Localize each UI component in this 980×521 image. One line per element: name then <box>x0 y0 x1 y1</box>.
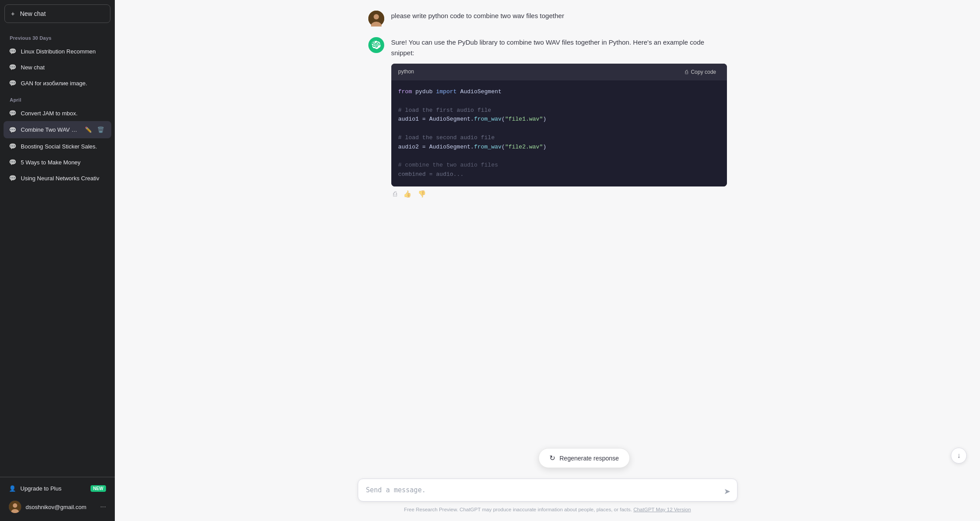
send-icon: ➤ <box>724 487 730 496</box>
user-message-avatar <box>368 11 384 27</box>
sidebar-item-convertjam[interactable]: 💬 Convert JAM to mbox. <box>4 105 111 121</box>
new-chat-button[interactable]: + New chat <box>4 4 110 23</box>
chat-item-label: Linux Distribution Recommen <box>21 48 106 55</box>
code-body: from pydub import AudioSegment # load th… <box>391 80 727 186</box>
copy-icon: ⎙ <box>685 69 688 75</box>
user-message-text: please write python code to combine two … <box>391 11 727 21</box>
chat-icon: 💬 <box>9 80 16 87</box>
new-chat-label: New chat <box>20 10 45 17</box>
message-input[interactable] <box>358 479 738 502</box>
sidebar-item-boosting[interactable]: 💬 Boosting Social Sticker Sales. <box>4 138 111 154</box>
chat-item-label: GAN for изобилие image. <box>21 80 106 87</box>
sidebar-item-combinewav[interactable]: 💬 Combine Two WAV File ✏️ 🗑️ <box>4 121 111 138</box>
user-account-button[interactable]: dsoshnikov@gmail.com ··· <box>4 496 111 517</box>
chat-item-actions: ✏️ 🗑️ <box>83 125 106 134</box>
chat-icon: 💬 <box>9 159 16 166</box>
chat-icon: 💬 <box>9 64 16 71</box>
chat-icon: 💬 <box>9 126 16 133</box>
disclaimer-text: Free Research Preview. ChatGPT may produ… <box>404 507 632 512</box>
section-label-previous30: Previous 30 Days <box>4 29 111 43</box>
code-language-label: python <box>398 68 414 76</box>
copy-code-label: Copy code <box>691 69 716 75</box>
chat-icon: 💬 <box>9 48 16 55</box>
user-message-content: please write python code to combine two … <box>391 11 727 27</box>
code-block: python ⎙ Copy code from pydub import Aud… <box>391 64 727 186</box>
send-button[interactable]: ➤ <box>722 485 732 498</box>
upgrade-label: Upgrade to Plus <box>20 485 61 492</box>
scroll-down-icon: ↓ <box>957 452 961 460</box>
input-wrapper: ➤ <box>358 479 738 504</box>
input-area: ➤ Free Research Preview. ChatGPT may pro… <box>115 473 980 521</box>
disclaimer-link[interactable]: ChatGPT May 12 Version <box>633 507 691 512</box>
main-content: please write python code to combine two … <box>115 0 980 521</box>
scroll-to-bottom-button[interactable]: ↓ <box>951 448 967 464</box>
chat-area: please write python code to combine two … <box>115 0 980 521</box>
section-label-april: April <box>4 91 111 105</box>
person-icon: 👤 <box>9 485 16 492</box>
chat-item-label: Boosting Social Sticker Sales. <box>21 143 106 150</box>
message-actions: ⎙ 👍 👎 <box>391 188 727 200</box>
delete-chat-button[interactable]: 🗑️ <box>95 125 106 134</box>
sidebar-item-linux[interactable]: 💬 Linux Distribution Recommen <box>4 43 111 59</box>
sidebar-item-gan[interactable]: 💬 GAN for изобилие image. <box>4 75 111 91</box>
chat-item-label: Combine Two WAV File <box>21 126 79 133</box>
assistant-avatar <box>368 37 384 53</box>
user-menu-dots: ··· <box>100 503 106 511</box>
sidebar-item-5ways[interactable]: 💬 5 Ways to Make Money <box>4 154 111 170</box>
regenerate-popup[interactable]: ↻ Regenerate response <box>538 448 630 468</box>
user-email: dsoshnikov@gmail.com <box>26 504 96 510</box>
svg-point-1 <box>13 503 17 508</box>
chat-list: Previous 30 Days 💬 Linux Distribution Re… <box>0 27 115 477</box>
assistant-intro-text: Sure! You can use the PyDub library to c… <box>391 37 727 58</box>
sidebar-item-newchat[interactable]: 💬 New chat <box>4 59 111 75</box>
sidebar: + New chat Previous 30 Days 💬 Linux Dist… <box>0 0 115 521</box>
thumbdown-button[interactable]: 👎 <box>416 188 428 200</box>
copy-message-button[interactable]: ⎙ <box>391 188 399 199</box>
regen-icon: ↻ <box>549 454 555 462</box>
edit-chat-button[interactable]: ✏️ <box>83 125 94 134</box>
disclaimer: Free Research Preview. ChatGPT may produ… <box>358 507 738 512</box>
upgrade-to-plus-button[interactable]: 👤 Upgrade to Plus NEW <box>4 481 111 496</box>
chat-item-label: Using Neural Networks Creativ <box>21 175 106 182</box>
regenerate-label: Regenerate response <box>560 455 619 462</box>
avatar <box>9 501 21 513</box>
new-badge: NEW <box>91 485 106 492</box>
assistant-message-content: Sure! You can use the PyDub library to c… <box>391 37 727 200</box>
chat-item-label: Convert JAM to mbox. <box>21 110 106 117</box>
thumbup-button[interactable]: 👍 <box>401 188 413 200</box>
chat-item-label: New chat <box>21 64 106 71</box>
user-message-row: please write python code to combine two … <box>358 11 738 27</box>
sidebar-bottom: 👤 Upgrade to Plus NEW dsoshnikov@gmail.c… <box>0 477 115 521</box>
copy-code-button[interactable]: ⎙ Copy code <box>681 67 719 77</box>
chat-icon: 💬 <box>9 110 16 117</box>
plus-icon: + <box>11 10 15 17</box>
svg-point-4 <box>374 14 379 19</box>
chat-icon: 💬 <box>9 143 16 150</box>
assistant-message-row: Sure! You can use the PyDub library to c… <box>358 37 738 200</box>
code-header: python ⎙ Copy code <box>391 64 727 80</box>
chat-item-label: 5 Ways to Make Money <box>21 159 106 166</box>
chat-icon: 💬 <box>9 175 16 182</box>
sidebar-item-neural[interactable]: 💬 Using Neural Networks Creativ <box>4 170 111 186</box>
